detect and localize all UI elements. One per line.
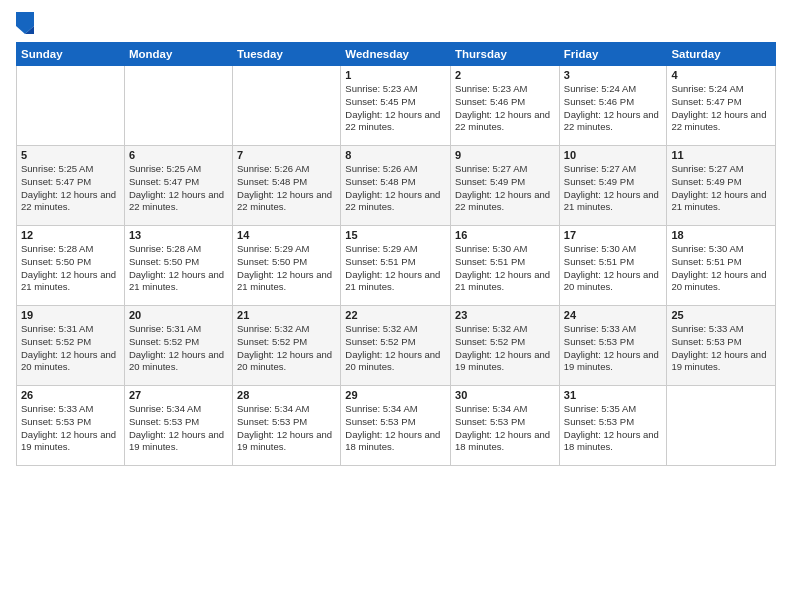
cell-info: Sunrise: 5:34 AM Sunset: 5:53 PM Dayligh… (129, 403, 228, 454)
calendar-cell: 18Sunrise: 5:30 AM Sunset: 5:51 PM Dayli… (667, 226, 776, 306)
cell-info: Sunrise: 5:32 AM Sunset: 5:52 PM Dayligh… (237, 323, 336, 374)
cell-info: Sunrise: 5:26 AM Sunset: 5:48 PM Dayligh… (345, 163, 446, 214)
cell-info: Sunrise: 5:35 AM Sunset: 5:53 PM Dayligh… (564, 403, 663, 454)
calendar-cell (124, 66, 232, 146)
calendar-cell: 27Sunrise: 5:34 AM Sunset: 5:53 PM Dayli… (124, 386, 232, 466)
cell-date: 9 (455, 149, 555, 161)
cell-info: Sunrise: 5:34 AM Sunset: 5:53 PM Dayligh… (345, 403, 446, 454)
cell-date: 5 (21, 149, 120, 161)
cell-date: 6 (129, 149, 228, 161)
cell-date: 25 (671, 309, 771, 321)
cell-info: Sunrise: 5:27 AM Sunset: 5:49 PM Dayligh… (671, 163, 771, 214)
calendar-week-row: 5Sunrise: 5:25 AM Sunset: 5:47 PM Daylig… (17, 146, 776, 226)
calendar-cell: 2Sunrise: 5:23 AM Sunset: 5:46 PM Daylig… (451, 66, 560, 146)
calendar-cell: 7Sunrise: 5:26 AM Sunset: 5:48 PM Daylig… (233, 146, 341, 226)
cell-date: 14 (237, 229, 336, 241)
cell-date: 13 (129, 229, 228, 241)
cell-info: Sunrise: 5:33 AM Sunset: 5:53 PM Dayligh… (21, 403, 120, 454)
calendar-cell: 1Sunrise: 5:23 AM Sunset: 5:45 PM Daylig… (341, 66, 451, 146)
calendar-cell: 16Sunrise: 5:30 AM Sunset: 5:51 PM Dayli… (451, 226, 560, 306)
cell-info: Sunrise: 5:26 AM Sunset: 5:48 PM Dayligh… (237, 163, 336, 214)
weekday-header: Tuesday (233, 43, 341, 66)
cell-info: Sunrise: 5:32 AM Sunset: 5:52 PM Dayligh… (455, 323, 555, 374)
cell-date: 7 (237, 149, 336, 161)
calendar-week-row: 26Sunrise: 5:33 AM Sunset: 5:53 PM Dayli… (17, 386, 776, 466)
calendar-cell: 31Sunrise: 5:35 AM Sunset: 5:53 PM Dayli… (559, 386, 667, 466)
cell-date: 3 (564, 69, 663, 81)
cell-date: 26 (21, 389, 120, 401)
calendar-cell: 15Sunrise: 5:29 AM Sunset: 5:51 PM Dayli… (341, 226, 451, 306)
cell-info: Sunrise: 5:29 AM Sunset: 5:51 PM Dayligh… (345, 243, 446, 294)
calendar-cell: 3Sunrise: 5:24 AM Sunset: 5:46 PM Daylig… (559, 66, 667, 146)
cell-date: 18 (671, 229, 771, 241)
weekday-header-row: SundayMondayTuesdayWednesdayThursdayFrid… (17, 43, 776, 66)
calendar-cell: 12Sunrise: 5:28 AM Sunset: 5:50 PM Dayli… (17, 226, 125, 306)
calendar-cell: 13Sunrise: 5:28 AM Sunset: 5:50 PM Dayli… (124, 226, 232, 306)
cell-date: 24 (564, 309, 663, 321)
cell-date: 11 (671, 149, 771, 161)
calendar-cell: 10Sunrise: 5:27 AM Sunset: 5:49 PM Dayli… (559, 146, 667, 226)
cell-date: 20 (129, 309, 228, 321)
calendar-week-row: 1Sunrise: 5:23 AM Sunset: 5:45 PM Daylig… (17, 66, 776, 146)
cell-info: Sunrise: 5:28 AM Sunset: 5:50 PM Dayligh… (129, 243, 228, 294)
cell-date: 2 (455, 69, 555, 81)
weekday-header: Monday (124, 43, 232, 66)
calendar-cell: 9Sunrise: 5:27 AM Sunset: 5:49 PM Daylig… (451, 146, 560, 226)
logo-icon (16, 12, 34, 34)
cell-date: 19 (21, 309, 120, 321)
calendar-cell: 28Sunrise: 5:34 AM Sunset: 5:53 PM Dayli… (233, 386, 341, 466)
cell-date: 23 (455, 309, 555, 321)
cell-info: Sunrise: 5:28 AM Sunset: 5:50 PM Dayligh… (21, 243, 120, 294)
calendar-cell (17, 66, 125, 146)
weekday-header: Sunday (17, 43, 125, 66)
cell-date: 22 (345, 309, 446, 321)
weekday-header: Wednesday (341, 43, 451, 66)
calendar-cell: 26Sunrise: 5:33 AM Sunset: 5:53 PM Dayli… (17, 386, 125, 466)
header (16, 12, 776, 34)
calendar-cell: 22Sunrise: 5:32 AM Sunset: 5:52 PM Dayli… (341, 306, 451, 386)
calendar-table: SundayMondayTuesdayWednesdayThursdayFrid… (16, 42, 776, 466)
page: SundayMondayTuesdayWednesdayThursdayFrid… (0, 0, 792, 612)
weekday-header: Saturday (667, 43, 776, 66)
calendar-cell: 14Sunrise: 5:29 AM Sunset: 5:50 PM Dayli… (233, 226, 341, 306)
calendar-cell: 11Sunrise: 5:27 AM Sunset: 5:49 PM Dayli… (667, 146, 776, 226)
cell-date: 17 (564, 229, 663, 241)
cell-date: 31 (564, 389, 663, 401)
cell-info: Sunrise: 5:34 AM Sunset: 5:53 PM Dayligh… (237, 403, 336, 454)
cell-date: 15 (345, 229, 446, 241)
weekday-header: Thursday (451, 43, 560, 66)
cell-date: 12 (21, 229, 120, 241)
calendar-cell: 4Sunrise: 5:24 AM Sunset: 5:47 PM Daylig… (667, 66, 776, 146)
cell-date: 4 (671, 69, 771, 81)
logo (16, 12, 38, 34)
cell-info: Sunrise: 5:27 AM Sunset: 5:49 PM Dayligh… (455, 163, 555, 214)
calendar-cell: 19Sunrise: 5:31 AM Sunset: 5:52 PM Dayli… (17, 306, 125, 386)
calendar-cell: 25Sunrise: 5:33 AM Sunset: 5:53 PM Dayli… (667, 306, 776, 386)
cell-date: 30 (455, 389, 555, 401)
cell-info: Sunrise: 5:32 AM Sunset: 5:52 PM Dayligh… (345, 323, 446, 374)
cell-info: Sunrise: 5:27 AM Sunset: 5:49 PM Dayligh… (564, 163, 663, 214)
cell-date: 21 (237, 309, 336, 321)
cell-date: 28 (237, 389, 336, 401)
cell-info: Sunrise: 5:31 AM Sunset: 5:52 PM Dayligh… (129, 323, 228, 374)
calendar-week-row: 19Sunrise: 5:31 AM Sunset: 5:52 PM Dayli… (17, 306, 776, 386)
cell-info: Sunrise: 5:24 AM Sunset: 5:47 PM Dayligh… (671, 83, 771, 134)
cell-info: Sunrise: 5:30 AM Sunset: 5:51 PM Dayligh… (671, 243, 771, 294)
calendar-week-row: 12Sunrise: 5:28 AM Sunset: 5:50 PM Dayli… (17, 226, 776, 306)
cell-info: Sunrise: 5:31 AM Sunset: 5:52 PM Dayligh… (21, 323, 120, 374)
cell-date: 8 (345, 149, 446, 161)
calendar-cell: 20Sunrise: 5:31 AM Sunset: 5:52 PM Dayli… (124, 306, 232, 386)
weekday-header: Friday (559, 43, 667, 66)
cell-date: 1 (345, 69, 446, 81)
calendar-cell: 6Sunrise: 5:25 AM Sunset: 5:47 PM Daylig… (124, 146, 232, 226)
cell-info: Sunrise: 5:30 AM Sunset: 5:51 PM Dayligh… (564, 243, 663, 294)
cell-info: Sunrise: 5:34 AM Sunset: 5:53 PM Dayligh… (455, 403, 555, 454)
calendar-cell: 8Sunrise: 5:26 AM Sunset: 5:48 PM Daylig… (341, 146, 451, 226)
cell-info: Sunrise: 5:33 AM Sunset: 5:53 PM Dayligh… (671, 323, 771, 374)
calendar-cell: 23Sunrise: 5:32 AM Sunset: 5:52 PM Dayli… (451, 306, 560, 386)
calendar-cell: 29Sunrise: 5:34 AM Sunset: 5:53 PM Dayli… (341, 386, 451, 466)
calendar-cell: 21Sunrise: 5:32 AM Sunset: 5:52 PM Dayli… (233, 306, 341, 386)
calendar-cell: 17Sunrise: 5:30 AM Sunset: 5:51 PM Dayli… (559, 226, 667, 306)
cell-info: Sunrise: 5:25 AM Sunset: 5:47 PM Dayligh… (21, 163, 120, 214)
calendar-cell (233, 66, 341, 146)
